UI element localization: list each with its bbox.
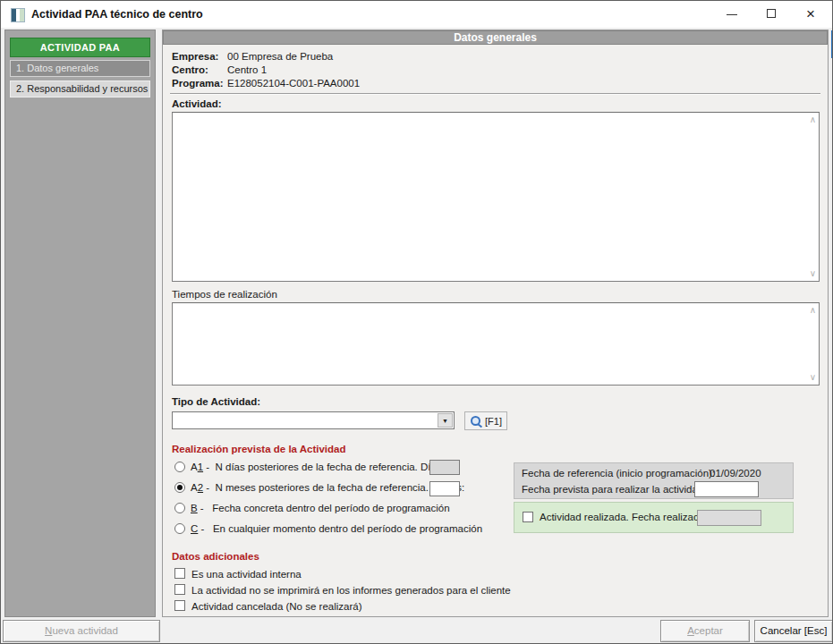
info-row-centro: Centro:Centro 1	[172, 64, 267, 77]
fecha-referencia-value: 01/09/2020	[710, 468, 761, 479]
radio-selected-dot	[177, 485, 183, 490]
scroll-up-icon[interactable]: ∧	[810, 306, 816, 315]
dialog-window: Actividad PAA técnico de centro × ACTIVI…	[0, 0, 833, 644]
empresa-value: 00 Empresa de Prueba	[227, 51, 333, 62]
radio-c-label: C - En cualquier momento dentro del perí…	[191, 521, 482, 536]
actividad-label: Actividad:	[172, 98, 222, 109]
maximize-button[interactable]	[757, 1, 787, 28]
fecha-prevista-input[interactable]	[694, 481, 759, 497]
programa-label: Programa:	[172, 77, 227, 90]
radio-a1[interactable]	[174, 462, 185, 472]
tiempos-label: Tiempos de realización	[172, 289, 277, 300]
section-title: Datos generales	[163, 30, 828, 45]
meses-input[interactable]	[429, 481, 460, 496]
info-row-programa: Programa:E128052104-C001-PAA0001	[172, 77, 360, 90]
aceptar-button[interactable]: Aceptar	[660, 620, 750, 642]
divider	[170, 93, 820, 95]
app-icon	[11, 8, 25, 22]
info-row-empresa: Empresa:00 Empresa de Prueba	[172, 50, 333, 64]
scroll-down-icon[interactable]: ∨	[810, 373, 816, 382]
actividad-realizada-label: Actividad realizada. Fecha realización:	[540, 512, 715, 522]
scroll-up-icon[interactable]: ∧	[810, 115, 816, 124]
radio-b[interactable]	[174, 503, 185, 513]
fecha-prevista-label: Fecha prevista para realizar la activida…	[522, 484, 706, 495]
actividad-interna-checkbox[interactable]	[174, 568, 185, 579]
main-panel: Datos generales Empresa:00 Empresa de Pr…	[162, 30, 829, 617]
actividad-realizada-checkbox[interactable]	[523, 512, 533, 522]
minimize-icon	[727, 14, 737, 15]
actividad-cancelada-checkbox[interactable]	[174, 600, 185, 611]
search-f1-button[interactable]: [F1]	[464, 411, 507, 430]
actividad-realizada-panel: Actividad realizada. Fecha realización:	[514, 502, 794, 533]
radio-a1-label: A1 - N días posteriores de la fecha de r…	[191, 460, 445, 474]
search-icon	[471, 416, 480, 426]
fecha-panel: Fecha de referencia (inicio programación…	[514, 462, 794, 499]
chevron-down-icon: ▼	[442, 418, 448, 424]
scroll-down-icon[interactable]: ∨	[810, 269, 816, 278]
window-title: Actividad PAA técnico de centro	[31, 1, 203, 28]
radio-b-label: B - Fecha concreta dentro del período de…	[191, 501, 450, 515]
close-button[interactable]: ×	[795, 1, 826, 28]
close-icon: ×	[795, 1, 826, 28]
sidebar-item-datos-generales[interactable]: 1. Datos generales	[10, 60, 150, 77]
checkbox-row-no-imprimir: La actividad no se imprimirá en los info…	[172, 583, 798, 601]
programa-value: E128052104-C001-PAA0001	[227, 78, 360, 89]
radio-a2[interactable]	[174, 482, 185, 493]
checkbox-row-cancelada: Actividad cancelada (No se realizará)	[172, 599, 798, 617]
fecha-referencia-label: Fecha de referencia (inicio programación…	[522, 468, 715, 479]
tipo-actividad-label: Tipo de Actividad:	[172, 396, 260, 407]
no-imprimir-checkbox[interactable]	[174, 584, 185, 595]
checkbox-row-interna: Es una actividad interna	[172, 567, 798, 585]
centro-label: Centro:	[172, 64, 227, 77]
sidebar: ACTIVIDAD PAA 1. Datos generales 2. Resp…	[4, 30, 156, 617]
sidebar-item-responsabilidad-recursos[interactable]: 2. Responsabilidad y recursos	[10, 80, 150, 97]
tipo-actividad-combobox[interactable]: ▼	[172, 411, 455, 429]
empresa-label: Empresa:	[172, 50, 227, 64]
centro-value: Centro 1	[227, 64, 267, 75]
actividad-interna-label: Es una actividad interna	[191, 568, 302, 580]
datos-adicionales-title: Datos adicionales	[172, 551, 259, 562]
radio-a2-label: A2 - N meses posteriores de la fecha de …	[191, 480, 464, 495]
cancelar-button[interactable]: Cancelar [Esc]	[754, 620, 833, 642]
title-bar[interactable]: Actividad PAA técnico de centro ×	[1, 1, 832, 28]
no-imprimir-label: La actividad no se imprimirá en los info…	[191, 584, 511, 597]
actividad-cancelada-label: Actividad cancelada (No se realizará)	[191, 600, 361, 613]
fecha-realizacion-input	[697, 510, 761, 526]
dias-input	[429, 460, 460, 475]
tiempos-textarea[interactable]: ∧ ∨	[172, 302, 820, 386]
actividad-textarea[interactable]: ∧ ∨	[172, 112, 820, 282]
radio-c[interactable]	[174, 523, 185, 534]
nueva-actividad-button[interactable]: Nueva actividad	[3, 620, 160, 642]
minimize-button[interactable]	[717, 1, 747, 28]
f1-button-label: [F1]	[485, 416, 502, 427]
maximize-icon	[767, 9, 776, 18]
combo-dropdown-button[interactable]: ▼	[438, 413, 453, 428]
sidebar-header: ACTIVIDAD PAA	[10, 38, 150, 57]
realizacion-prevista-title: Realización prevista de la Actividad	[172, 444, 346, 454]
